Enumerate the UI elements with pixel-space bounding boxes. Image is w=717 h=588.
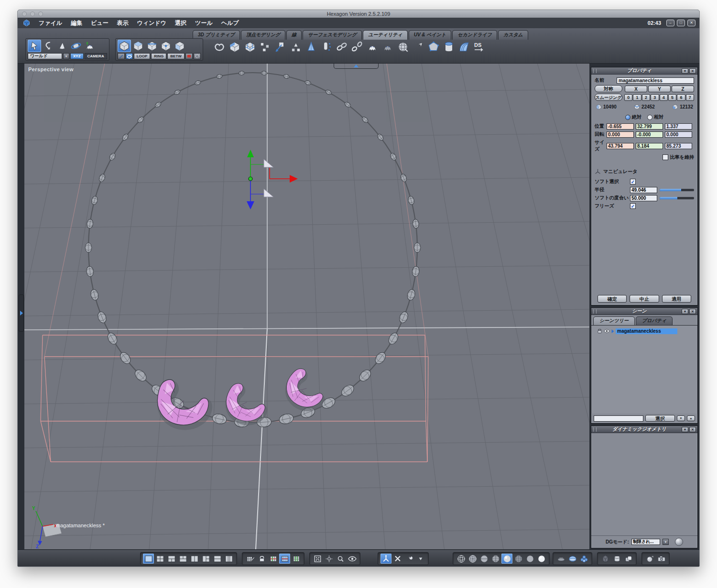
tab-custom[interactable]: カスタム xyxy=(498,30,528,40)
dg-title-bar[interactable]: ダイナミックジオメトリ ▼ ✕ xyxy=(591,426,697,433)
close-traffic-icon[interactable] xyxy=(22,11,27,16)
layout-narrow-columns-icon[interactable] xyxy=(223,554,234,564)
snap-arrow-icon[interactable] xyxy=(412,40,425,54)
pen-select-icon[interactable] xyxy=(118,53,125,59)
cylinder-object-icon[interactable] xyxy=(611,554,622,564)
manipulator-axes-icon[interactable] xyxy=(380,554,391,564)
scene-properties-tab[interactable]: プロパティ xyxy=(636,316,673,325)
panel-collapse-icon[interactable]: ▼ xyxy=(682,427,688,432)
lock-icon[interactable] xyxy=(597,328,602,334)
menu-edit[interactable]: 編集 xyxy=(66,19,87,27)
layout-left-two-right-icon[interactable] xyxy=(200,554,211,564)
shade-textured-lit-icon[interactable] xyxy=(536,554,547,564)
facet-sphere-icon[interactable] xyxy=(600,554,611,564)
panel-grip-icon[interactable] xyxy=(593,427,597,432)
select-button[interactable]: 選択 xyxy=(645,415,675,422)
panel-collapse-icon[interactable]: ▼ xyxy=(682,309,688,314)
smoothing-1-button[interactable]: 1 xyxy=(633,94,641,101)
lattice-cube-icon[interactable] xyxy=(243,40,257,54)
panel-grip-icon[interactable] xyxy=(593,309,597,314)
axis-y-button[interactable]: Y xyxy=(648,86,671,92)
shade-hiddenline-icon[interactable] xyxy=(467,554,478,564)
chain-broken-icon[interactable] xyxy=(350,40,364,54)
shade-wireframe-icon[interactable] xyxy=(456,554,467,564)
soft-select-checkbox[interactable]: ✓ xyxy=(630,179,636,185)
symmetry-button[interactable]: 対称 xyxy=(595,85,622,92)
eye-icon[interactable] xyxy=(604,329,610,333)
radius-slider[interactable] xyxy=(660,189,694,191)
delete-cross-icon[interactable] xyxy=(392,554,403,564)
rotate-hook-icon[interactable] xyxy=(42,40,55,52)
smoothing-0-button[interactable]: 0 xyxy=(624,94,632,101)
smoothing-5-button[interactable]: 5 xyxy=(668,94,676,101)
boolean-cube-icon[interactable] xyxy=(228,40,242,54)
confirm-button[interactable]: 確定 xyxy=(598,295,627,303)
grid-edit-icon[interactable] xyxy=(245,554,256,564)
dropdown-arrow-icon[interactable]: ▼ xyxy=(63,53,69,59)
panel-collapse-icon[interactable]: ▼ xyxy=(682,68,688,74)
scene-filter-input[interactable] xyxy=(594,415,643,422)
minimize-button[interactable]: – xyxy=(666,20,674,26)
menu-help[interactable]: ヘルプ xyxy=(217,19,243,27)
polygon-tool-icon[interactable] xyxy=(427,40,441,54)
scroll-up-button[interactable]: ▲ xyxy=(687,415,695,421)
panel-close-icon[interactable]: ✕ xyxy=(689,309,696,314)
object-mode-icon[interactable] xyxy=(118,40,131,52)
layout-single-icon[interactable] xyxy=(143,554,154,564)
menu-select[interactable]: 選択 xyxy=(171,19,191,27)
dome-low-icon[interactable] xyxy=(555,554,566,564)
grid-lock-icon[interactable] xyxy=(256,554,267,564)
shade-textured-icon[interactable] xyxy=(524,554,535,564)
ring-sphere-icon[interactable] xyxy=(69,40,83,52)
shade-smooth-icon[interactable] xyxy=(501,554,512,564)
scene-title-bar[interactable]: シーン ▼ ✕ xyxy=(591,308,697,315)
zoom-traffic-icon[interactable] xyxy=(38,11,43,16)
menu-file[interactable]: ファイル xyxy=(34,19,66,27)
viewport-canvas[interactable]: YxZ xyxy=(24,64,589,549)
edge-mode-icon[interactable] xyxy=(145,40,159,52)
smoothing-6-button[interactable]: 6 xyxy=(677,94,685,101)
ring-button[interactable]: RING xyxy=(151,53,166,59)
lasso-select-icon[interactable] xyxy=(126,53,133,59)
relative-radio[interactable]: 相対 xyxy=(647,114,663,120)
panel-close-icon[interactable]: ✕ xyxy=(689,427,696,432)
betw-button[interactable]: BETW xyxy=(167,53,185,59)
daz-studio-export-icon[interactable]: DS xyxy=(473,40,487,54)
dg-preview-sphere-icon[interactable] xyxy=(675,538,683,546)
scroll-down-button[interactable]: ▼ xyxy=(677,415,685,421)
panel-grip-icon[interactable] xyxy=(593,69,597,73)
ghost-white-icon[interactable] xyxy=(366,40,380,54)
panel-close-icon[interactable]: ✕ xyxy=(689,68,696,74)
rotation-z-input[interactable] xyxy=(665,131,692,138)
shade-flat-icon[interactable] xyxy=(478,554,489,564)
camera-render-icon[interactable] xyxy=(656,554,667,564)
cone-tool-icon[interactable] xyxy=(55,40,69,52)
size-z-input[interactable] xyxy=(665,143,692,149)
abort-button[interactable]: 中止 xyxy=(630,295,659,303)
absolute-radio[interactable]: 絶対 xyxy=(625,114,641,120)
fan-surface-icon[interactable] xyxy=(457,40,471,54)
sphere-grid-icon[interactable] xyxy=(396,40,410,54)
cylinder-tool-icon[interactable] xyxy=(442,40,456,54)
position-z-input[interactable] xyxy=(665,123,692,130)
cone-cubes-icon[interactable] xyxy=(289,40,303,54)
face-mode-icon[interactable] xyxy=(131,40,145,52)
cluster-spheres-icon[interactable] xyxy=(578,554,589,564)
scene-item-name[interactable]: magatamaneckless xyxy=(616,328,677,334)
size-x-input[interactable] xyxy=(607,143,634,149)
chain-link-icon[interactable] xyxy=(335,40,349,54)
disclosure-icon[interactable] xyxy=(612,329,614,333)
fit-view-icon[interactable] xyxy=(312,554,323,564)
shade-flatwire-icon[interactable] xyxy=(490,554,501,564)
uv-mode-icon[interactable] xyxy=(173,40,186,52)
ghost-gray-icon[interactable] xyxy=(381,40,395,54)
zoom-tool-icon[interactable] xyxy=(335,554,346,564)
freeze-checkbox[interactable]: ✓ xyxy=(630,203,636,209)
close-button[interactable]: ✕ xyxy=(687,20,695,26)
properties-title-bar[interactable]: プロパティ ▼ ✕ xyxy=(591,67,697,75)
viewport[interactable]: YxZ Perspective view magatamaneckless * xyxy=(24,64,589,549)
point-mode-icon[interactable] xyxy=(159,40,173,52)
axis-z-button[interactable]: Z xyxy=(672,86,694,92)
left-panel-handle[interactable] xyxy=(19,294,24,332)
loop-selection-icon[interactable] xyxy=(194,53,201,59)
